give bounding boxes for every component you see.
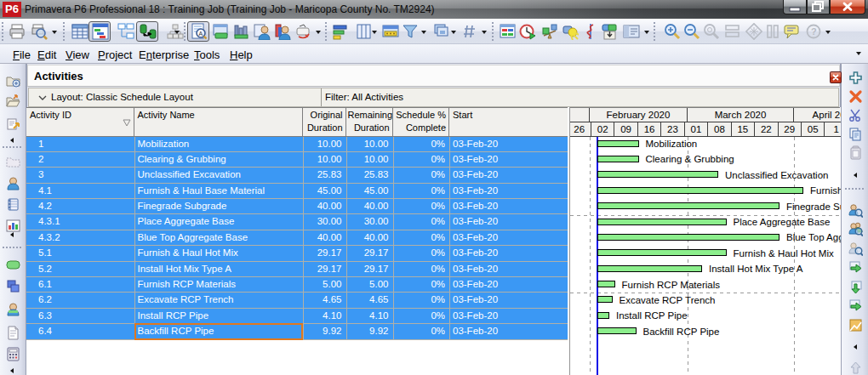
svg-text:?: ? (811, 26, 817, 37)
svg-text:A: A (199, 31, 203, 37)
